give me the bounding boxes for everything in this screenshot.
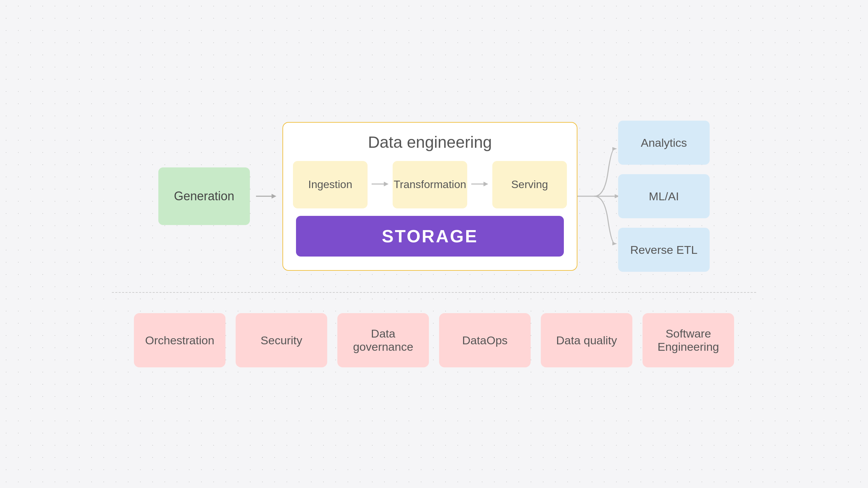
software-engineering-box: Software Engineering — [643, 313, 734, 367]
transformation-label: Transformation — [394, 178, 466, 191]
dataops-label: DataOps — [462, 334, 508, 347]
transform-to-serving-arrow — [467, 178, 492, 192]
ingestion-to-transform-arrow — [368, 178, 393, 192]
analytics-label: Analytics — [641, 136, 687, 149]
top-diagram-section: Generation Data engineering Ingestion Tr… — [158, 121, 710, 272]
data-engineering-container: Data engineering Ingestion Transformatio… — [282, 122, 577, 271]
data-quality-box: Data quality — [541, 313, 632, 367]
generation-box: Generation — [158, 167, 250, 225]
gen-to-de-arrow — [250, 191, 282, 201]
security-label: Security — [261, 334, 302, 347]
software-engineering-label: Software Engineering — [647, 327, 730, 353]
reverse-etl-box: Reverse ETL — [618, 228, 710, 272]
reverse-etl-label: Reverse ETL — [630, 243, 697, 257]
svg-marker-7 — [612, 147, 617, 150]
underpinnings-section: Orchestration Security Data governance D… — [134, 313, 734, 367]
ingestion-label: Ingestion — [308, 178, 352, 191]
data-quality-label: Data quality — [556, 334, 617, 347]
dataops-box: DataOps — [439, 313, 531, 367]
orchestration-box: Orchestration — [134, 313, 225, 367]
transformation-box: Transformation — [393, 161, 467, 208]
serving-box: Serving — [492, 161, 567, 208]
security-box: Security — [236, 313, 327, 367]
svg-marker-9 — [615, 194, 618, 198]
svg-marker-5 — [484, 182, 488, 186]
de-title: Data engineering — [368, 133, 492, 151]
output-boxes: Analytics ML/AI Reverse ETL — [618, 121, 710, 272]
svg-marker-1 — [272, 194, 276, 199]
mlai-label: ML/AI — [649, 190, 679, 203]
curved-arrows — [577, 125, 618, 267]
orchestration-label: Orchestration — [145, 334, 214, 347]
serving-label: Serving — [511, 178, 548, 191]
storage-box: STORAGE — [296, 216, 564, 257]
generation-label: Generation — [174, 189, 234, 203]
data-governance-label: Data governance — [341, 327, 425, 353]
storage-label: STORAGE — [382, 226, 478, 246]
analytics-box: Analytics — [618, 121, 710, 165]
de-flow-row: Ingestion Transformation Serving — [293, 161, 567, 208]
svg-marker-3 — [384, 182, 389, 186]
svg-marker-10 — [612, 242, 617, 245]
mlai-box: ML/AI — [618, 174, 710, 218]
ingestion-box: Ingestion — [293, 161, 368, 208]
section-divider — [112, 292, 756, 293]
data-governance-box: Data governance — [337, 313, 429, 367]
